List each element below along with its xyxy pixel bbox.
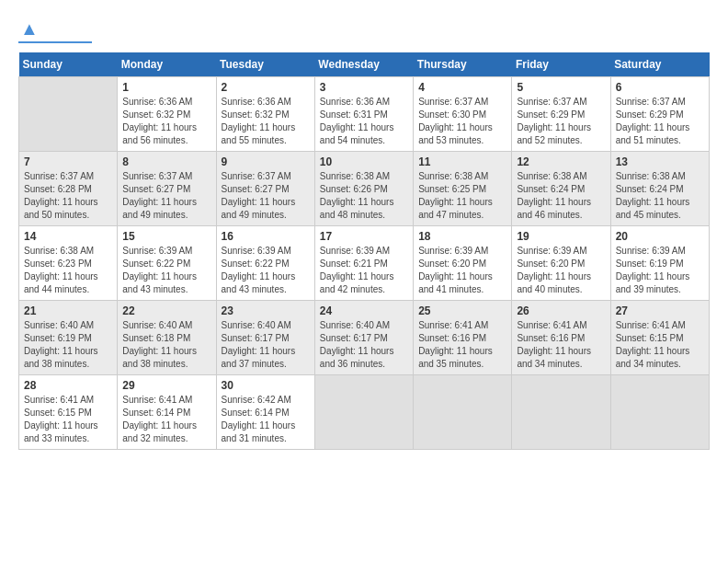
calendar-cell: 24Sunrise: 6:40 AM Sunset: 6:17 PM Dayli… bbox=[314, 301, 413, 375]
calendar-cell bbox=[414, 375, 512, 450]
day-number: 15 bbox=[122, 230, 210, 243]
calendar-cell: 6Sunrise: 6:37 AM Sunset: 6:29 PM Daylig… bbox=[610, 77, 709, 152]
day-info: Sunrise: 6:37 AM Sunset: 6:28 PM Dayligh… bbox=[24, 170, 112, 222]
calendar-cell: 8Sunrise: 6:37 AM Sunset: 6:27 PM Daylig… bbox=[118, 152, 216, 226]
calendar-cell: 23Sunrise: 6:40 AM Sunset: 6:17 PM Dayli… bbox=[216, 301, 314, 375]
calendar-cell: 21Sunrise: 6:40 AM Sunset: 6:19 PM Dayli… bbox=[19, 301, 118, 375]
calendar-cell bbox=[19, 77, 118, 152]
calendar-week-row: 21Sunrise: 6:40 AM Sunset: 6:19 PM Dayli… bbox=[19, 301, 710, 375]
day-info: Sunrise: 6:39 AM Sunset: 6:22 PM Dayligh… bbox=[222, 245, 310, 296]
calendar-header-row: SundayMondayTuesdayWednesdayThursdayFrid… bbox=[19, 52, 710, 77]
day-info: Sunrise: 6:38 AM Sunset: 6:23 PM Dayligh… bbox=[24, 245, 112, 296]
day-info: Sunrise: 6:36 AM Sunset: 6:32 PM Dayligh… bbox=[122, 96, 210, 147]
day-info: Sunrise: 6:37 AM Sunset: 6:29 PM Dayligh… bbox=[616, 96, 704, 147]
day-info: Sunrise: 6:38 AM Sunset: 6:24 PM Dayligh… bbox=[616, 170, 704, 222]
day-number: 21 bbox=[24, 304, 112, 317]
day-number: 26 bbox=[517, 304, 605, 317]
day-info: Sunrise: 6:39 AM Sunset: 6:20 PM Dayligh… bbox=[517, 245, 605, 296]
header-wednesday: Wednesday bbox=[314, 52, 413, 77]
calendar-cell bbox=[314, 375, 413, 450]
calendar-cell: 19Sunrise: 6:39 AM Sunset: 6:20 PM Dayli… bbox=[512, 226, 610, 301]
calendar-cell: 10Sunrise: 6:38 AM Sunset: 6:26 PM Dayli… bbox=[314, 152, 413, 226]
day-info: Sunrise: 6:39 AM Sunset: 6:20 PM Dayligh… bbox=[418, 245, 506, 296]
day-number: 18 bbox=[418, 230, 506, 243]
day-number: 4 bbox=[418, 81, 506, 94]
calendar-cell bbox=[512, 375, 610, 450]
calendar-table: SundayMondayTuesdayWednesdayThursdayFrid… bbox=[18, 52, 710, 450]
day-number: 27 bbox=[616, 304, 704, 317]
calendar-week-row: 7Sunrise: 6:37 AM Sunset: 6:28 PM Daylig… bbox=[19, 152, 710, 226]
logo: ▲ bbox=[18, 18, 92, 43]
calendar-week-row: 28Sunrise: 6:41 AM Sunset: 6:15 PM Dayli… bbox=[19, 375, 710, 450]
day-info: Sunrise: 6:37 AM Sunset: 6:27 PM Dayligh… bbox=[222, 170, 310, 222]
calendar-cell: 30Sunrise: 6:42 AM Sunset: 6:14 PM Dayli… bbox=[216, 375, 314, 450]
day-number: 5 bbox=[517, 81, 605, 94]
calendar-cell: 17Sunrise: 6:39 AM Sunset: 6:21 PM Dayli… bbox=[314, 226, 413, 301]
calendar-week-row: 1Sunrise: 6:36 AM Sunset: 6:32 PM Daylig… bbox=[19, 77, 710, 152]
calendar-cell: 9Sunrise: 6:37 AM Sunset: 6:27 PM Daylig… bbox=[216, 152, 314, 226]
day-number: 1 bbox=[122, 81, 210, 94]
day-info: Sunrise: 6:37 AM Sunset: 6:30 PM Dayligh… bbox=[418, 96, 506, 147]
header-friday: Friday bbox=[512, 52, 610, 77]
calendar-cell: 27Sunrise: 6:41 AM Sunset: 6:15 PM Dayli… bbox=[610, 301, 709, 375]
day-info: Sunrise: 6:36 AM Sunset: 6:32 PM Dayligh… bbox=[222, 96, 310, 147]
calendar-cell: 25Sunrise: 6:41 AM Sunset: 6:16 PM Dayli… bbox=[414, 301, 512, 375]
day-number: 22 bbox=[122, 304, 210, 317]
calendar-cell: 22Sunrise: 6:40 AM Sunset: 6:18 PM Dayli… bbox=[118, 301, 216, 375]
calendar-cell: 28Sunrise: 6:41 AM Sunset: 6:15 PM Dayli… bbox=[19, 375, 118, 450]
day-info: Sunrise: 6:42 AM Sunset: 6:14 PM Dayligh… bbox=[222, 394, 310, 445]
day-number: 3 bbox=[320, 81, 408, 94]
calendar-cell: 16Sunrise: 6:39 AM Sunset: 6:22 PM Dayli… bbox=[216, 226, 314, 301]
page-header: ▲ bbox=[18, 18, 710, 43]
day-number: 12 bbox=[517, 155, 605, 168]
calendar-cell: 13Sunrise: 6:38 AM Sunset: 6:24 PM Dayli… bbox=[610, 152, 709, 226]
calendar-cell: 5Sunrise: 6:37 AM Sunset: 6:29 PM Daylig… bbox=[512, 77, 610, 152]
day-number: 14 bbox=[24, 230, 112, 243]
day-info: Sunrise: 6:38 AM Sunset: 6:26 PM Dayligh… bbox=[320, 170, 408, 222]
day-info: Sunrise: 6:41 AM Sunset: 6:16 PM Dayligh… bbox=[517, 319, 605, 371]
day-info: Sunrise: 6:39 AM Sunset: 6:22 PM Dayligh… bbox=[122, 245, 210, 296]
header-tuesday: Tuesday bbox=[216, 52, 314, 77]
calendar-cell: 12Sunrise: 6:38 AM Sunset: 6:24 PM Dayli… bbox=[512, 152, 610, 226]
day-number: 11 bbox=[418, 155, 506, 168]
day-info: Sunrise: 6:38 AM Sunset: 6:25 PM Dayligh… bbox=[418, 170, 506, 222]
day-number: 7 bbox=[24, 155, 112, 168]
day-info: Sunrise: 6:38 AM Sunset: 6:24 PM Dayligh… bbox=[517, 170, 605, 222]
day-number: 19 bbox=[517, 230, 605, 243]
calendar-cell: 2Sunrise: 6:36 AM Sunset: 6:32 PM Daylig… bbox=[216, 77, 314, 152]
day-number: 10 bbox=[320, 155, 408, 168]
day-number: 2 bbox=[222, 81, 310, 94]
day-info: Sunrise: 6:39 AM Sunset: 6:19 PM Dayligh… bbox=[616, 245, 704, 296]
day-info: Sunrise: 6:40 AM Sunset: 6:17 PM Dayligh… bbox=[320, 319, 408, 371]
day-info: Sunrise: 6:40 AM Sunset: 6:17 PM Dayligh… bbox=[222, 319, 310, 371]
day-number: 25 bbox=[418, 304, 506, 317]
calendar-cell: 15Sunrise: 6:39 AM Sunset: 6:22 PM Dayli… bbox=[118, 226, 216, 301]
header-thursday: Thursday bbox=[414, 52, 512, 77]
calendar-cell: 18Sunrise: 6:39 AM Sunset: 6:20 PM Dayli… bbox=[414, 226, 512, 301]
day-info: Sunrise: 6:39 AM Sunset: 6:21 PM Dayligh… bbox=[320, 245, 408, 296]
calendar-cell: 3Sunrise: 6:36 AM Sunset: 6:31 PM Daylig… bbox=[314, 77, 413, 152]
day-number: 16 bbox=[222, 230, 310, 243]
day-info: Sunrise: 6:36 AM Sunset: 6:31 PM Dayligh… bbox=[320, 96, 408, 147]
day-number: 20 bbox=[616, 230, 704, 243]
day-number: 28 bbox=[24, 379, 112, 392]
day-number: 13 bbox=[616, 155, 704, 168]
day-info: Sunrise: 6:41 AM Sunset: 6:16 PM Dayligh… bbox=[418, 319, 506, 371]
day-number: 29 bbox=[122, 379, 210, 392]
calendar-cell: 11Sunrise: 6:38 AM Sunset: 6:25 PM Dayli… bbox=[414, 152, 512, 226]
day-info: Sunrise: 6:37 AM Sunset: 6:29 PM Dayligh… bbox=[517, 96, 605, 147]
calendar-week-row: 14Sunrise: 6:38 AM Sunset: 6:23 PM Dayli… bbox=[19, 226, 710, 301]
calendar-cell: 29Sunrise: 6:41 AM Sunset: 6:14 PM Dayli… bbox=[118, 375, 216, 450]
day-number: 6 bbox=[616, 81, 704, 94]
logo-bird-icon: ▲ bbox=[20, 18, 39, 40]
day-info: Sunrise: 6:40 AM Sunset: 6:18 PM Dayligh… bbox=[122, 319, 210, 371]
header-monday: Monday bbox=[118, 52, 216, 77]
calendar-cell bbox=[610, 375, 709, 450]
day-number: 30 bbox=[222, 379, 310, 392]
day-info: Sunrise: 6:40 AM Sunset: 6:19 PM Dayligh… bbox=[24, 319, 112, 371]
day-info: Sunrise: 6:41 AM Sunset: 6:15 PM Dayligh… bbox=[616, 319, 704, 371]
day-info: Sunrise: 6:41 AM Sunset: 6:14 PM Dayligh… bbox=[122, 394, 210, 445]
day-number: 23 bbox=[222, 304, 310, 317]
header-saturday: Saturday bbox=[610, 52, 709, 77]
day-number: 17 bbox=[320, 230, 408, 243]
